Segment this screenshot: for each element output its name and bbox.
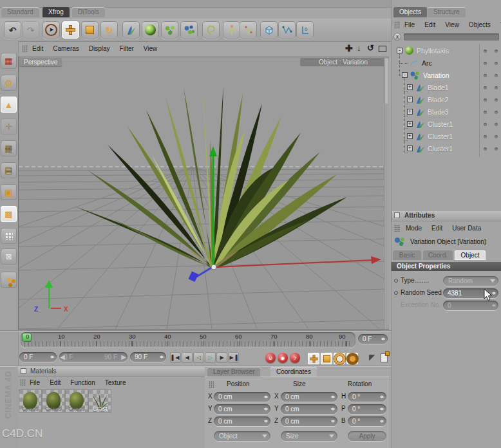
size-y-field[interactable]: 0 cm (281, 404, 337, 414)
clear-filter-button[interactable]: x (393, 33, 401, 41)
goto-start-button[interactable]: ▌◀ (170, 352, 181, 363)
spinner-icon[interactable] (50, 353, 55, 360)
visibility-dot[interactable] (484, 62, 487, 65)
object-properties-header[interactable]: Object Properties (392, 262, 501, 271)
tab-coordinates[interactable]: Coordinates (270, 367, 317, 377)
tab-object[interactable]: Object (455, 250, 486, 260)
key-rotation-toggle[interactable] (334, 353, 345, 364)
tree-item-label[interactable]: Blade2 (428, 96, 449, 104)
move-tool-button[interactable] (62, 21, 79, 39)
expand-toggle[interactable]: + (407, 121, 413, 127)
exception-field[interactable]: 0 (443, 301, 498, 310)
spinner-icon[interactable] (264, 418, 269, 425)
visibility-dot[interactable] (495, 135, 498, 138)
spinner-icon[interactable] (331, 406, 336, 413)
spinner-icon[interactable] (331, 393, 336, 400)
coordinates-grip[interactable] (209, 381, 214, 388)
panel-pin-checkbox[interactable] (21, 368, 26, 374)
attributes-menu-mode[interactable]: Mode (406, 225, 422, 232)
tree-row-arc[interactable]: Arc (392, 57, 501, 70)
objects-menu-edit[interactable]: Edit (424, 21, 435, 28)
key-position-toggle[interactable] (308, 353, 319, 364)
spinner-icon[interactable] (492, 290, 496, 297)
materials-titlebar[interactable]: Materials (18, 367, 205, 377)
key-scale-toggle[interactable] (321, 353, 332, 364)
animation-bullet[interactable] (394, 291, 398, 295)
view-label[interactable]: Perspective (19, 58, 62, 66)
points-grid-button[interactable] (1, 228, 17, 244)
tree-row-blade2[interactable]: + Blade2 (392, 94, 501, 106)
spheres-cluster-button[interactable] (1, 272, 17, 288)
tree-item-label[interactable]: Phyllotaxis (417, 47, 449, 55)
viewport-menu-edit[interactable]: Edit (32, 45, 43, 52)
xfrog-variation-button[interactable] (161, 21, 178, 39)
viewport[interactable]: Z X (18, 57, 389, 330)
tab-standard[interactable]: Standard (1, 7, 39, 17)
tree-row-blade3[interactable]: + Blade3 (392, 106, 501, 118)
size-mode-dropdown[interactable]: Size (281, 431, 337, 441)
tree-item-label[interactable]: Variation (423, 71, 449, 79)
collapse-toggle[interactable]: - (397, 48, 402, 53)
materials-menu-file[interactable]: File (30, 379, 40, 386)
collapse-toggle[interactable]: - (402, 72, 408, 78)
keyframe-selection-button[interactable]: ? (290, 353, 300, 363)
play-forward-button[interactable]: ▷ (205, 352, 216, 363)
snap-toggle-button[interactable]: ⊠ (1, 248, 17, 265)
visibility-dot[interactable] (495, 62, 498, 65)
live-selection-button[interactable]: ➤ (43, 21, 60, 39)
redo-button[interactable]: ↷ (22, 21, 39, 39)
type-dropdown[interactable]: Random (443, 276, 498, 286)
viewport-menu-view[interactable]: View (144, 45, 158, 52)
record-keyframe-button[interactable]: ⊘ (265, 353, 276, 363)
material-item-selected[interactable]: Grast (89, 390, 111, 418)
gear-spheres-button[interactable]: ⚙ (1, 75, 17, 91)
viewport-maximize-icon[interactable] (379, 46, 386, 52)
materials-menu-function[interactable]: Function (70, 379, 95, 386)
spinner-icon[interactable] (380, 418, 384, 425)
xfrog-hydra-button[interactable] (180, 21, 198, 39)
tab-basic[interactable]: Basic (393, 250, 421, 260)
model-mode-button[interactable]: ▲ (1, 97, 17, 113)
expand-toggle[interactable]: + (407, 84, 413, 90)
visibility-dot[interactable] (495, 50, 498, 53)
visibility-dot[interactable] (484, 86, 487, 89)
attributes-titlebar[interactable]: Attributes (392, 211, 501, 221)
tab-objects[interactable]: Objects (393, 7, 427, 17)
tree-row-cluster2[interactable]: + Cluster1 (392, 131, 501, 143)
objects-menu-objects[interactable]: Objects (469, 21, 491, 28)
tree-row-variation[interactable]: - Variation (392, 70, 501, 82)
visibility-dot[interactable] (484, 123, 487, 126)
scale-tool-button[interactable] (81, 21, 99, 39)
object-axis-mode-button[interactable]: ✛ (1, 118, 17, 135)
end-frame-field[interactable]: 90 F (130, 352, 166, 362)
tree-item-label[interactable]: Blade1 (428, 84, 449, 91)
viewport-rotate-icon[interactable]: ↺ (367, 43, 374, 53)
key-parameter-toggle[interactable] (346, 353, 358, 364)
objects-menu-grip[interactable] (394, 21, 400, 28)
add-spline-button[interactable] (278, 21, 296, 39)
points-mode-button[interactable]: ▦ (1, 140, 17, 156)
visibility-dot[interactable] (484, 98, 487, 102)
visibility-dot[interactable] (495, 74, 498, 77)
expand-toggle[interactable]: + (407, 97, 413, 102)
tab-xfrog[interactable]: Xfrog (43, 7, 70, 17)
panel-pin-checkbox[interactable] (394, 212, 400, 218)
range-left-arrow-icon[interactable]: ◀ (60, 352, 65, 362)
spinner-icon[interactable] (492, 302, 496, 309)
visibility-dot[interactable] (495, 86, 498, 89)
xfrog-phyllotaxis-button[interactable] (142, 21, 159, 39)
visibility-dot[interactable] (484, 50, 487, 53)
spinner-icon[interactable] (331, 418, 336, 425)
visibility-dot[interactable] (484, 111, 487, 114)
tab-ditools[interactable]: DiTools (72, 7, 105, 17)
materials-menu-texture[interactable]: Texture (105, 379, 126, 386)
visibility-dot[interactable] (484, 147, 487, 151)
animation-bullet[interactable] (394, 279, 398, 283)
timeline-frame-field[interactable]: 0 F (358, 334, 388, 344)
visibility-dot[interactable] (495, 147, 498, 151)
expand-toggle[interactable]: + (407, 133, 413, 139)
tree-row-cluster3[interactable]: + Cluster1 (392, 143, 501, 155)
xfrog-spiral-button[interactable] (202, 21, 220, 39)
spinner-icon[interactable] (264, 406, 269, 413)
tree-item-label[interactable]: Arc (422, 59, 432, 67)
